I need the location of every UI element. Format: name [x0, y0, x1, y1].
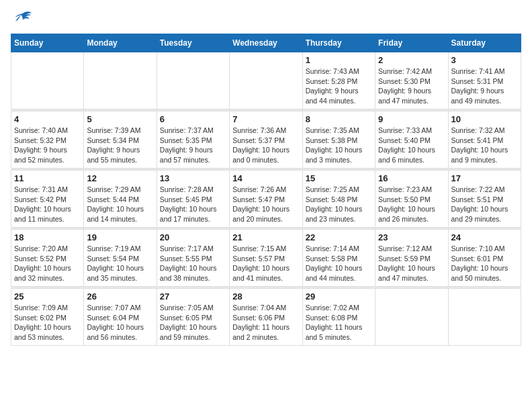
day-number: 21 — [232, 232, 299, 242]
day-info: Sunrise: 7:37 AM Sunset: 5:35 PM Dayligh… — [160, 126, 226, 165]
calendar-cell: 7Sunrise: 7:36 AM Sunset: 5:37 PM Daylig… — [230, 111, 302, 169]
day-info: Sunrise: 7:31 AM Sunset: 5:42 PM Dayligh… — [14, 185, 81, 224]
day-info: Sunrise: 7:26 AM Sunset: 5:47 PM Dayligh… — [232, 185, 299, 224]
day-number: 4 — [14, 114, 81, 124]
day-info: Sunrise: 7:40 AM Sunset: 5:32 PM Dayligh… — [14, 126, 81, 165]
calendar-cell — [448, 289, 521, 346]
day-info: Sunrise: 7:05 AM Sunset: 6:05 PM Dayligh… — [160, 303, 226, 342]
day-info: Sunrise: 7:36 AM Sunset: 5:37 PM Dayligh… — [232, 126, 299, 165]
calendar-cell — [11, 52, 84, 109]
day-info: Sunrise: 7:04 AM Sunset: 6:06 PM Dayligh… — [232, 303, 299, 342]
day-number: 22 — [306, 232, 372, 242]
calendar-cell: 24Sunrise: 7:10 AM Sunset: 6:01 PM Dayli… — [448, 230, 521, 287]
calendar-cell: 12Sunrise: 7:29 AM Sunset: 5:44 PM Dayli… — [84, 171, 157, 228]
calendar-cell — [230, 52, 302, 109]
day-info: Sunrise: 7:32 AM Sunset: 5:41 PM Dayligh… — [451, 126, 518, 165]
calendar-week-2: 4Sunrise: 7:40 AM Sunset: 5:32 PM Daylig… — [11, 111, 521, 169]
calendar-week-4: 18Sunrise: 7:20 AM Sunset: 5:52 PM Dayli… — [11, 230, 521, 287]
page-header — [11, 11, 521, 27]
day-info: Sunrise: 7:43 AM Sunset: 5:28 PM Dayligh… — [306, 66, 372, 106]
day-info: Sunrise: 7:25 AM Sunset: 5:48 PM Dayligh… — [306, 185, 372, 224]
weekday-header-tuesday: Tuesday — [157, 34, 229, 52]
day-number: 1 — [306, 55, 372, 65]
day-number: 16 — [378, 173, 445, 183]
day-number: 11 — [14, 173, 81, 183]
day-number: 27 — [160, 291, 226, 302]
day-number: 8 — [306, 114, 372, 124]
calendar-cell: 11Sunrise: 7:31 AM Sunset: 5:42 PM Dayli… — [11, 171, 84, 228]
day-number: 14 — [232, 173, 299, 183]
day-number: 15 — [306, 173, 372, 183]
calendar-cell: 25Sunrise: 7:09 AM Sunset: 6:02 PM Dayli… — [11, 289, 84, 346]
day-number: 6 — [160, 114, 226, 124]
calendar-week-5: 25Sunrise: 7:09 AM Sunset: 6:02 PM Dayli… — [11, 289, 521, 346]
day-info: Sunrise: 7:22 AM Sunset: 5:51 PM Dayligh… — [451, 185, 518, 224]
calendar-cell: 19Sunrise: 7:19 AM Sunset: 5:54 PM Dayli… — [84, 230, 157, 287]
day-number: 12 — [87, 173, 153, 183]
day-number: 13 — [160, 173, 226, 183]
calendar-cell: 17Sunrise: 7:22 AM Sunset: 5:51 PM Dayli… — [448, 171, 521, 228]
day-number: 10 — [451, 114, 518, 124]
calendar-cell: 8Sunrise: 7:35 AM Sunset: 5:38 PM Daylig… — [302, 111, 375, 169]
day-info: Sunrise: 7:20 AM Sunset: 5:52 PM Dayligh… — [14, 244, 81, 283]
day-number: 20 — [160, 232, 226, 242]
day-info: Sunrise: 7:41 AM Sunset: 5:31 PM Dayligh… — [451, 66, 518, 106]
weekday-header-saturday: Saturday — [448, 34, 521, 52]
calendar-cell: 29Sunrise: 7:02 AM Sunset: 6:08 PM Dayli… — [302, 289, 375, 346]
day-number: 25 — [14, 291, 81, 302]
day-info: Sunrise: 7:39 AM Sunset: 5:34 PM Dayligh… — [87, 126, 153, 165]
day-info: Sunrise: 7:28 AM Sunset: 5:45 PM Dayligh… — [160, 185, 226, 224]
day-info: Sunrise: 7:23 AM Sunset: 5:50 PM Dayligh… — [378, 185, 445, 224]
calendar-cell: 2Sunrise: 7:42 AM Sunset: 5:30 PM Daylig… — [375, 52, 448, 109]
day-number: 2 — [378, 55, 445, 65]
calendar-cell — [84, 52, 157, 109]
day-info: Sunrise: 7:10 AM Sunset: 6:01 PM Dayligh… — [451, 244, 518, 283]
day-info: Sunrise: 7:07 AM Sunset: 6:04 PM Dayligh… — [87, 303, 153, 342]
day-info: Sunrise: 7:15 AM Sunset: 5:57 PM Dayligh… — [232, 244, 299, 283]
calendar-cell: 22Sunrise: 7:14 AM Sunset: 5:58 PM Dayli… — [302, 230, 375, 287]
weekday-header-sunday: Sunday — [11, 34, 84, 52]
day-number: 3 — [451, 55, 518, 65]
day-info: Sunrise: 7:17 AM Sunset: 5:55 PM Dayligh… — [160, 244, 226, 283]
day-info: Sunrise: 7:19 AM Sunset: 5:54 PM Dayligh… — [87, 244, 153, 283]
day-number: 9 — [378, 114, 445, 124]
calendar-cell: 21Sunrise: 7:15 AM Sunset: 5:57 PM Dayli… — [230, 230, 302, 287]
day-number: 18 — [14, 232, 81, 242]
day-info: Sunrise: 7:33 AM Sunset: 5:40 PM Dayligh… — [378, 126, 445, 165]
calendar-cell: 3Sunrise: 7:41 AM Sunset: 5:31 PM Daylig… — [448, 52, 521, 109]
day-info: Sunrise: 7:09 AM Sunset: 6:02 PM Dayligh… — [14, 303, 81, 342]
calendar-cell: 15Sunrise: 7:25 AM Sunset: 5:48 PM Dayli… — [302, 171, 375, 228]
day-number: 19 — [87, 232, 153, 242]
weekday-header-wednesday: Wednesday — [230, 34, 302, 52]
calendar-cell: 13Sunrise: 7:28 AM Sunset: 5:45 PM Dayli… — [157, 171, 229, 228]
calendar-cell: 5Sunrise: 7:39 AM Sunset: 5:34 PM Daylig… — [84, 111, 157, 169]
day-info: Sunrise: 7:29 AM Sunset: 5:44 PM Dayligh… — [87, 185, 153, 224]
calendar-cell — [157, 52, 229, 109]
logo — [11, 11, 33, 27]
day-number: 7 — [232, 114, 299, 124]
day-number: 17 — [451, 173, 518, 183]
logo-bird-icon — [13, 11, 33, 27]
calendar-cell: 20Sunrise: 7:17 AM Sunset: 5:55 PM Dayli… — [157, 230, 229, 287]
calendar-cell: 18Sunrise: 7:20 AM Sunset: 5:52 PM Dayli… — [11, 230, 84, 287]
calendar-cell — [375, 289, 448, 346]
day-number: 24 — [451, 232, 518, 242]
calendar-cell: 23Sunrise: 7:12 AM Sunset: 5:59 PM Dayli… — [375, 230, 448, 287]
day-info: Sunrise: 7:14 AM Sunset: 5:58 PM Dayligh… — [306, 244, 372, 283]
calendar-cell: 27Sunrise: 7:05 AM Sunset: 6:05 PM Dayli… — [157, 289, 229, 346]
calendar-cell: 26Sunrise: 7:07 AM Sunset: 6:04 PM Dayli… — [84, 289, 157, 346]
day-number: 23 — [378, 232, 445, 242]
day-info: Sunrise: 7:35 AM Sunset: 5:38 PM Dayligh… — [306, 126, 372, 165]
calendar-week-1: 1Sunrise: 7:43 AM Sunset: 5:28 PM Daylig… — [11, 52, 521, 109]
calendar-header-row: SundayMondayTuesdayWednesdayThursdayFrid… — [11, 34, 521, 52]
calendar-cell: 6Sunrise: 7:37 AM Sunset: 5:35 PM Daylig… — [157, 111, 229, 169]
day-info: Sunrise: 7:02 AM Sunset: 6:08 PM Dayligh… — [306, 303, 372, 342]
day-number: 28 — [232, 291, 299, 302]
calendar-week-3: 11Sunrise: 7:31 AM Sunset: 5:42 PM Dayli… — [11, 171, 521, 228]
day-number: 26 — [87, 291, 153, 302]
calendar-cell: 14Sunrise: 7:26 AM Sunset: 5:47 PM Dayli… — [230, 171, 302, 228]
calendar-cell: 9Sunrise: 7:33 AM Sunset: 5:40 PM Daylig… — [375, 111, 448, 169]
calendar-cell: 16Sunrise: 7:23 AM Sunset: 5:50 PM Dayli… — [375, 171, 448, 228]
calendar-table: SundayMondayTuesdayWednesdayThursdayFrid… — [11, 34, 521, 346]
day-number: 5 — [87, 114, 153, 124]
